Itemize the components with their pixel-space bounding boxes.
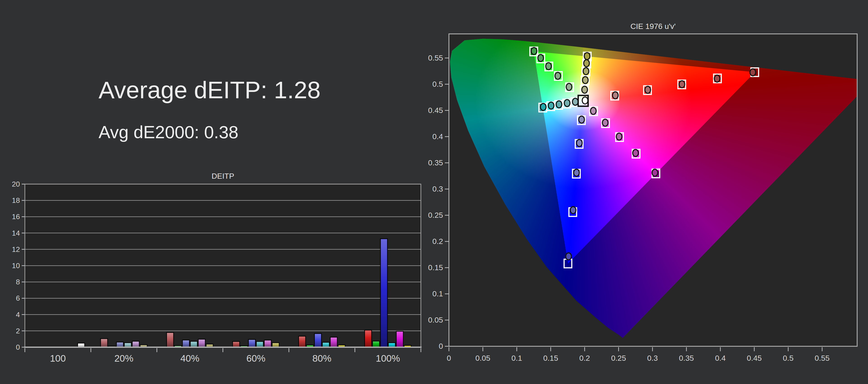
cie-y-tick-label: 0.45	[428, 106, 443, 115]
cie-measured-yellow-20%	[582, 86, 587, 93]
bar-60%-blue	[248, 340, 255, 347]
cie-measured-magenta-20%	[590, 107, 596, 115]
cie-y-tick-label: 0.1	[432, 289, 443, 298]
cie-y-tick-label: 0.4	[432, 132, 443, 141]
bar-40%-cyan	[190, 341, 197, 347]
cie-measured-cyan-80%	[548, 102, 554, 109]
bar-100%-cyan	[388, 343, 395, 347]
bar-40%-magenta	[198, 339, 205, 347]
bar-20%-red	[101, 339, 107, 347]
cie-measured-green-100%	[531, 47, 537, 55]
cie-y-tick-label: 0.3	[432, 185, 443, 193]
y-tick-label: 2	[16, 327, 20, 335]
cie-measured-cyan-60%	[556, 101, 562, 108]
cie-measured-cyan-100%	[540, 103, 546, 110]
average-de2000-readout: Avg dE2000: 0.38	[98, 122, 239, 142]
bar-20%-magenta	[132, 341, 139, 347]
cie-measured-red-40%	[645, 86, 651, 93]
average-deitp-readout: Average dEITP: 1.28	[98, 76, 320, 104]
cie-x-tick-label: 0.25	[611, 354, 626, 362]
y-tick-label: 14	[12, 229, 20, 237]
cie-measured-magenta-80%	[633, 150, 638, 157]
bar-80%-blue	[314, 333, 321, 347]
y-tick-label: 12	[12, 245, 20, 253]
cie-measured-green-80%	[538, 55, 544, 61]
cie-y-tick-label: 0.35	[428, 158, 443, 167]
cie-measured-yellow-60%	[583, 68, 589, 75]
x-category-label: 60%	[246, 353, 266, 364]
bar-20%-cyan	[124, 343, 131, 347]
bar-80%-red	[299, 336, 306, 347]
cie-measured-magenta-60%	[616, 133, 622, 140]
cie-measured-green-60%	[546, 63, 551, 70]
cie-measured-cyan-40%	[564, 100, 570, 107]
cie-measured-red-20%	[613, 92, 618, 99]
bar-80%-cyan	[322, 342, 329, 347]
y-tick-label: 16	[12, 213, 20, 221]
cie-plot-border	[449, 34, 857, 346]
bar-60%-cyan	[256, 342, 264, 347]
cie-y-tick-label: 0.5	[432, 80, 443, 88]
cie-chart-title: CIE 1976 u'v'	[630, 22, 676, 31]
bar-100%-blue	[380, 239, 388, 347]
y-tick-label: 6	[16, 294, 20, 302]
bar-100%-green	[373, 341, 379, 347]
cie-measured-yellow-100%	[584, 53, 590, 60]
y-tick-label: 20	[12, 180, 20, 188]
cie-x-tick-label: 0.2	[579, 354, 590, 362]
bar-60%-yellow	[272, 343, 279, 347]
y-tick-label: 0	[16, 343, 20, 351]
bar-100-white	[78, 343, 85, 347]
cie-measured-blue-80%	[570, 207, 576, 214]
cie-measured-white-point	[582, 97, 588, 104]
calibration-report: Average dEITP: 1.28 Avg dE2000: 0.38 024…	[0, 0, 868, 384]
cie-x-tick-label: 0.3	[647, 354, 658, 362]
bar-40%-red	[166, 332, 174, 347]
cie-measured-red-60%	[679, 81, 685, 88]
deitp-bar-chart-canvas: 0246810121416182010020%40%60%80%100%DEIT…	[7, 167, 436, 366]
y-tick-label: 18	[12, 196, 20, 204]
x-category-label: 100%	[376, 353, 400, 364]
cie-measured-yellow-80%	[584, 60, 589, 67]
cie-x-tick-label: 0.05	[475, 354, 490, 362]
cie-y-tick-label: 0.55	[428, 54, 443, 62]
cie-x-tick-label: 0.55	[815, 354, 830, 362]
cie-measured-yellow-40%	[583, 76, 588, 84]
cie-measured-blue-60%	[574, 169, 579, 176]
cie-y-tick-label: 0.15	[428, 263, 443, 272]
cie-1976-canvas: 00.050.10.150.20.250.30.350.40.450.50.55…	[414, 9, 868, 375]
cie-x-tick-label: 0.15	[543, 354, 558, 362]
cie-x-tick-label: 0.1	[512, 354, 522, 362]
cie-measured-blue-20%	[579, 116, 584, 123]
cie-x-tick-label: 0.35	[679, 354, 694, 362]
cie-measured-green-40%	[555, 72, 561, 79]
bar-100%-magenta	[396, 331, 403, 347]
cie-measured-magenta-100%	[652, 169, 658, 176]
cie-y-tick-label: 0.25	[428, 211, 443, 219]
x-category-label: 80%	[312, 353, 331, 364]
y-tick-label: 4	[16, 311, 20, 319]
cie-measured-red-80%	[714, 75, 720, 82]
cie-measured-green-20%	[566, 83, 572, 90]
bar-60%-red	[232, 342, 240, 347]
bar-40%-blue	[182, 340, 189, 347]
cie-measured-cyan-20%	[572, 98, 578, 105]
bar-100%-red	[365, 330, 372, 347]
x-category-label: 100	[50, 353, 66, 364]
cie-x-tick-label: 0.45	[747, 354, 762, 362]
y-tick-label: 10	[12, 262, 20, 270]
cie-measured-blue-100%	[566, 253, 571, 260]
y-tick-label: 8	[16, 278, 20, 286]
bar-80%-magenta	[330, 337, 337, 347]
cie-y-tick-label: 0	[439, 342, 443, 350]
cie-measured-blue-40%	[577, 139, 582, 147]
bar-60%-magenta	[264, 340, 271, 347]
cie-y-tick-label: 0.05	[428, 316, 443, 324]
x-category-label: 20%	[114, 353, 133, 364]
cie-measured-red-100%	[750, 69, 756, 76]
cie-measured-magenta-40%	[602, 119, 608, 126]
cie-x-tick-label: 0.4	[715, 354, 725, 362]
x-category-label: 40%	[180, 353, 199, 364]
cie-x-tick-label: 0	[447, 354, 451, 362]
deitp-chart-title: DEITP	[212, 172, 234, 180]
